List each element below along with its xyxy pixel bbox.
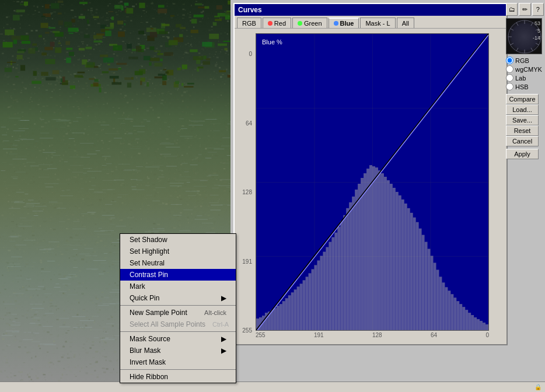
save-button[interactable]: Save... <box>506 115 539 125</box>
y-label-0: 0 <box>240 51 252 57</box>
svg-rect-78 <box>474 317 477 330</box>
radio-hsb[interactable]: HSB <box>506 83 544 90</box>
menu-item-quick-pin[interactable]: Quick Pin ▶ <box>120 292 236 304</box>
svg-rect-32 <box>340 221 343 330</box>
tab-all[interactable]: All <box>397 18 414 28</box>
svg-rect-33 <box>343 215 346 330</box>
reset-button[interactable]: Reset <box>506 125 539 136</box>
menu-item-set-neutral[interactable]: Set Neutral <box>120 257 236 269</box>
radio-lab-input[interactable] <box>506 74 513 82</box>
tab-mask-l[interactable]: Mask - L <box>360 18 395 28</box>
svg-rect-59 <box>419 229 422 330</box>
svg-rect-66 <box>439 276 442 330</box>
quick-pin-arrow: ▶ <box>221 294 226 302</box>
svg-rect-22 <box>312 269 315 330</box>
tab-red[interactable]: Red <box>263 18 291 28</box>
svg-rect-23 <box>315 265 317 330</box>
toolbar-icon-1[interactable]: 🗂 <box>506 3 518 16</box>
svg-rect-19 <box>303 280 306 330</box>
info-values: 53 5 -14 <box>533 20 540 42</box>
menu-item-mask-source[interactable]: Mask Source ▶ <box>120 333 236 345</box>
svg-rect-52 <box>399 195 401 330</box>
svg-rect-68 <box>445 287 448 330</box>
svg-rect-56 <box>410 213 413 330</box>
menu-item-hide-ribbon[interactable]: Hide Ribbon <box>120 371 236 383</box>
svg-rect-77 <box>471 315 474 330</box>
svg-rect-67 <box>442 282 445 330</box>
load-button[interactable]: Load... <box>506 104 539 115</box>
menu-item-new-sample-label: New Sample Point <box>130 309 187 317</box>
svg-rect-75 <box>465 310 468 330</box>
info-val-1: 53 <box>533 20 540 27</box>
new-sample-shortcut: Alt-click <box>204 309 226 316</box>
svg-rect-74 <box>462 307 465 330</box>
svg-rect-38 <box>358 184 361 330</box>
radio-wgcmyk[interactable]: wgCMYK <box>506 65 544 73</box>
menu-item-select-all: Select All Sample Points Ctrl-A <box>120 318 236 330</box>
mask-source-arrow: ▶ <box>221 335 226 343</box>
svg-rect-43 <box>372 166 375 330</box>
radio-hsb-label: HSB <box>515 83 529 90</box>
blue-dot <box>334 21 338 26</box>
svg-rect-79 <box>477 319 480 330</box>
svg-rect-14 <box>288 295 291 330</box>
svg-rect-49 <box>390 184 393 330</box>
svg-rect-20 <box>306 276 309 330</box>
svg-rect-13 <box>285 298 288 330</box>
x-label-255: 255 <box>256 332 265 338</box>
context-menu: Set Shadow Set Highlight Set Neutral Con… <box>120 233 236 383</box>
menu-item-blur-mask-label: Blur Mask <box>130 346 160 355</box>
radio-hsb-input[interactable] <box>506 83 513 90</box>
curve-graph[interactable]: Blue % <box>256 33 489 331</box>
svg-rect-16 <box>294 289 297 330</box>
tab-blue[interactable]: Blue <box>329 18 359 28</box>
menu-item-select-all-label: Select All Sample Points <box>130 320 205 328</box>
svg-rect-40 <box>364 173 366 330</box>
svg-rect-18 <box>300 284 303 330</box>
svg-rect-55 <box>407 208 410 330</box>
svg-rect-41 <box>366 169 369 330</box>
toolbar-icon-2[interactable]: ✏ <box>519 3 530 16</box>
svg-rect-48 <box>387 180 390 330</box>
status-bar: 🔒 <box>0 382 545 392</box>
menu-item-invert-mask[interactable]: Invert Mask <box>120 356 236 368</box>
svg-rect-54 <box>404 204 407 330</box>
menu-item-mark-label: Mark <box>130 282 145 290</box>
menu-item-mask-source-label: Mask Source <box>130 335 170 343</box>
menu-item-set-neutral-label: Set Neutral <box>130 259 165 267</box>
radio-lab-label: Lab <box>515 75 526 82</box>
svg-rect-53 <box>401 200 404 330</box>
info-val-3: -14 <box>533 34 540 42</box>
svg-rect-71 <box>453 298 456 330</box>
y-label-255: 255 <box>240 327 252 334</box>
blur-mask-arrow: ▶ <box>221 346 226 355</box>
x-label-64: 64 <box>431 332 437 338</box>
menu-item-set-shadow[interactable]: Set Shadow <box>120 234 236 246</box>
radio-lab[interactable]: Lab <box>506 74 544 82</box>
radio-rgb[interactable]: RGB <box>506 57 544 64</box>
svg-rect-12 <box>282 301 285 330</box>
svg-rect-72 <box>456 301 459 330</box>
y-label-64: 64 <box>240 120 252 127</box>
tab-rgb[interactable]: RGB <box>237 18 261 28</box>
menu-item-contrast-pin[interactable]: Contrast Pin <box>120 269 236 281</box>
menu-item-set-highlight[interactable]: Set Highlight <box>120 246 236 257</box>
color-mode-group: RGB wgCMYK Lab HSB <box>506 57 544 90</box>
toolbar-icon-3[interactable]: ? <box>532 3 544 16</box>
menu-item-blur-mask[interactable]: Blur Mask ▶ <box>120 345 236 356</box>
curves-tabs: RGB Red Green Blue Mask - L All <box>235 16 506 29</box>
compare-button[interactable]: Compare <box>506 94 539 104</box>
radio-wgcmyk-input[interactable] <box>506 65 513 73</box>
svg-rect-47 <box>384 177 387 330</box>
tab-green[interactable]: Green <box>292 18 327 28</box>
radio-rgb-input[interactable] <box>506 57 513 64</box>
menu-item-new-sample[interactable]: New Sample Point Alt-click <box>120 307 236 318</box>
menu-item-hide-ribbon-label: Hide Ribbon <box>130 373 168 381</box>
apply-button[interactable]: Apply <box>506 149 539 159</box>
svg-rect-25 <box>320 256 323 330</box>
select-all-shortcut: Ctrl-A <box>212 321 229 328</box>
green-dot <box>298 21 302 26</box>
menu-item-mark[interactable]: Mark <box>120 281 236 292</box>
tab-green-label: Green <box>304 20 322 27</box>
cancel-button[interactable]: Cancel <box>506 136 539 146</box>
